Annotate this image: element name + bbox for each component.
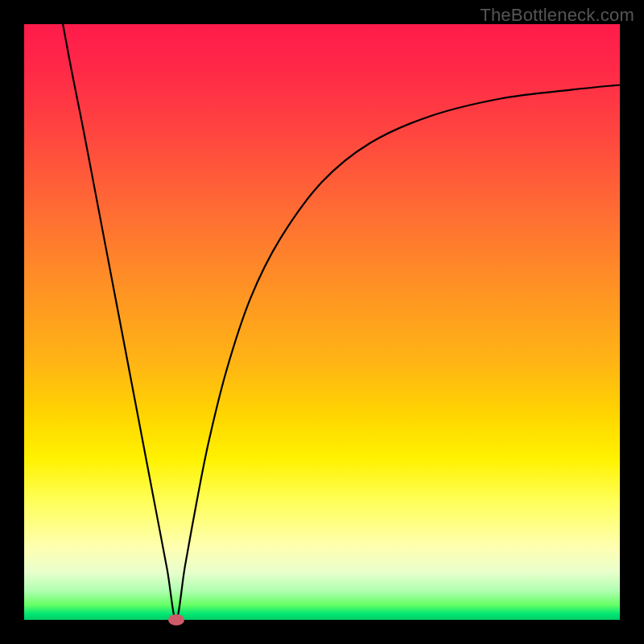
curve-path	[63, 24, 620, 620]
plot-area	[24, 24, 620, 620]
chart-frame: TheBottleneck.com	[0, 0, 644, 644]
bottleneck-curve	[24, 24, 620, 620]
minimum-marker	[168, 614, 184, 625]
watermark-text: TheBottleneck.com	[480, 5, 634, 26]
